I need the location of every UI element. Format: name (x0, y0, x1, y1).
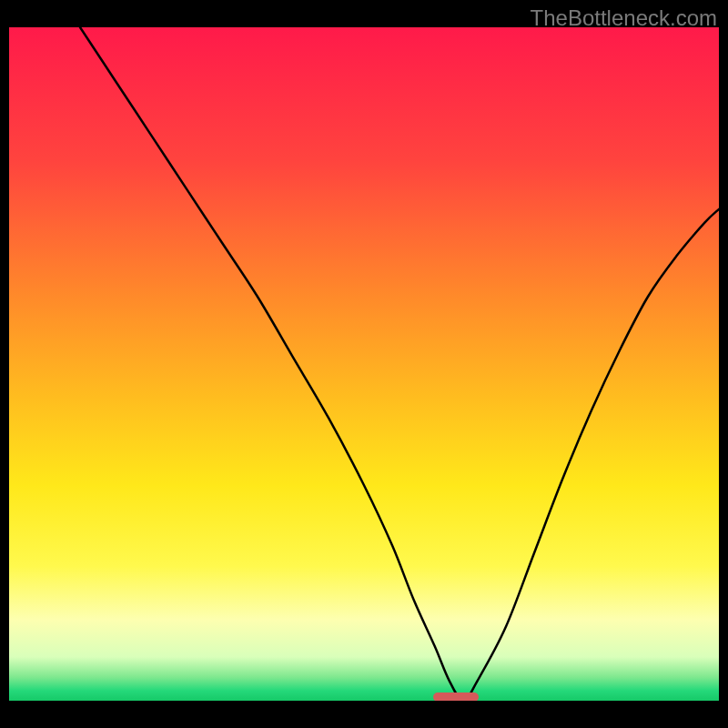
curve-layer (9, 27, 719, 701)
optimal-marker (433, 693, 479, 701)
plot-area (9, 27, 719, 701)
chart-frame (9, 27, 719, 719)
bottleneck-curve (80, 27, 719, 701)
watermark-text: TheBottleneck.com (531, 5, 717, 31)
